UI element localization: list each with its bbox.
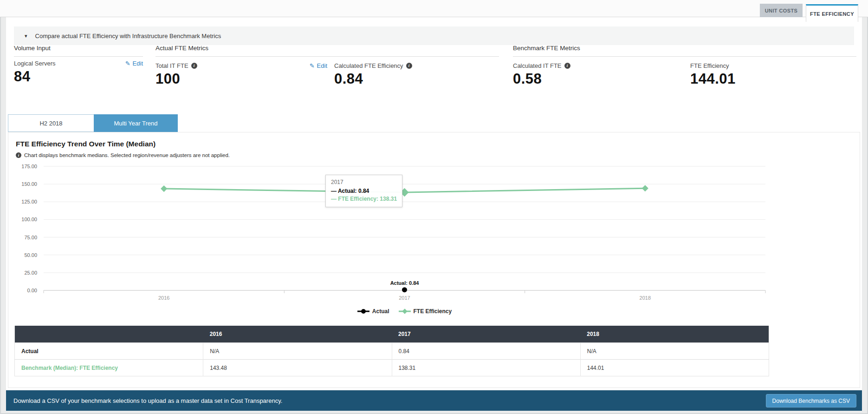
y-tick-label: 125.00 xyxy=(21,199,37,204)
legend-circle-icon xyxy=(357,309,369,314)
y-tick-label: 100.00 xyxy=(21,217,37,222)
table-row: ActualN/A0.84N/A xyxy=(15,343,769,360)
chart-note-text: Chart displays benchmark medians. Select… xyxy=(24,152,230,158)
table-value-cell: N/A xyxy=(580,343,769,360)
chart-note: i Chart displays benchmark medians. Sele… xyxy=(16,152,230,158)
y-tick-label: 175.00 xyxy=(21,164,37,169)
download-benchmarks-csv-button[interactable]: Download Benchmarks as CSV xyxy=(766,394,856,407)
legend-item-fte-efficiency[interactable]: FTE Efficiency xyxy=(399,308,452,315)
actual-point[interactable] xyxy=(402,287,407,292)
info-icon[interactable]: i xyxy=(191,63,197,69)
app-window: UNIT COSTS FTE EFFICIENCY ▾ Compare actu… xyxy=(0,0,868,414)
footer-bar: Download a CSV of your benchmark selecti… xyxy=(6,390,862,411)
y-tick-label: 150.00 xyxy=(21,181,37,187)
table-header-cell: 2016 xyxy=(203,326,392,343)
metric-label: Logical Servers xyxy=(14,60,56,67)
info-icon[interactable]: i xyxy=(406,63,412,69)
table-value-cell: 0.84 xyxy=(392,343,580,360)
metric-group-benchmark-fte: Benchmark FTE Metrics Calculated IT FTEi… xyxy=(513,45,856,126)
y-tick-label: 75.00 xyxy=(24,235,37,240)
metric-group-actual-fte: Actual FTE Metrics Total IT FTEi ✎Edit 1… xyxy=(155,45,499,126)
chart-tooltip: 2017 — Actual: 0.84— FTE Efficiency: 138… xyxy=(325,175,402,207)
table-row: Benchmark (Median): FTE Efficiency143.48… xyxy=(15,360,769,376)
x-tick-label: 2017 xyxy=(399,295,410,301)
table-row-label: Actual xyxy=(15,343,203,360)
legend-label: Actual xyxy=(372,308,389,315)
table-header-row: 201620172018 xyxy=(15,326,769,343)
benchmark-data-table: 201620172018ActualN/A0.84N/ABenchmark (M… xyxy=(14,326,769,376)
collapse-header[interactable]: ▾ Compare actual FTE Efficiency with Inf… xyxy=(14,26,854,45)
fte-efficiency-point[interactable] xyxy=(642,185,648,191)
chart-panel: FTE Efficiency Trend Over Time (Median) … xyxy=(8,132,860,388)
x-tick-label: 2018 xyxy=(640,295,651,301)
period-tab-group: H2 2018 Multi Year Trend xyxy=(8,114,178,132)
benchmark-calculated-it-fte-value: 0.58 xyxy=(513,71,685,87)
benchmark-fte-efficiency-value: 144.01 xyxy=(690,71,853,87)
legend-label: FTE Efficiency xyxy=(414,308,452,315)
metric-label: FTE Efficiency xyxy=(690,62,729,69)
tab-multi-year-trend[interactable]: Multi Year Trend xyxy=(94,114,178,132)
tooltip-row: — Actual: 0.84 xyxy=(331,187,397,195)
top-tab-bar: UNIT COSTS FTE EFFICIENCY xyxy=(0,0,868,17)
logical-servers-value: 84 xyxy=(14,68,143,85)
table-value-cell: 138.31 xyxy=(392,360,580,376)
pencil-icon: ✎ xyxy=(125,60,130,67)
edit-total-it-fte-button[interactable]: ✎Edit xyxy=(310,62,327,69)
fte-efficiency-point[interactable] xyxy=(161,185,167,192)
collapse-title: Compare actual FTE Efficiency with Infra… xyxy=(35,33,221,39)
tab-h2-2018[interactable]: H2 2018 xyxy=(8,114,94,132)
chart-legend: ActualFTE Efficiency xyxy=(44,308,765,316)
tooltip-title: 2017 xyxy=(331,179,397,185)
group-title: Volume Input xyxy=(14,45,143,57)
metric-label: Total IT FTEi xyxy=(155,62,197,69)
tab-unit-costs[interactable]: UNIT COSTS xyxy=(760,4,803,17)
tooltip-row: — FTE Efficiency: 138.31 xyxy=(331,195,397,203)
table-value-cell: 144.01 xyxy=(580,360,769,376)
y-tick-label: 0.00 xyxy=(27,288,37,293)
table-value-cell: N/A xyxy=(203,343,392,360)
calculated-fte-efficiency-value: 0.84 xyxy=(334,71,497,87)
legend-item-actual[interactable]: Actual xyxy=(357,308,389,315)
group-title: Actual FTE Metrics xyxy=(155,45,499,57)
tooltip-rows: — Actual: 0.84— FTE Efficiency: 138.31 xyxy=(331,187,397,203)
info-icon[interactable]: i xyxy=(564,63,570,69)
table-value-cell: 143.48 xyxy=(203,360,392,376)
table-row-label: Benchmark (Median): FTE Efficiency xyxy=(15,360,203,376)
caret-down-icon: ▾ xyxy=(25,33,27,39)
tab-fte-efficiency[interactable]: FTE EFFICIENCY xyxy=(806,4,858,22)
main-panel: ▾ Compare actual FTE Efficiency with Inf… xyxy=(6,17,862,390)
pencil-icon: ✎ xyxy=(310,62,315,69)
chart-title: FTE Efficiency Trend Over Time (Median) xyxy=(16,140,155,148)
info-icon: i xyxy=(16,152,21,158)
table-header-cell: 2018 xyxy=(580,326,769,343)
table-header-cell: 2017 xyxy=(392,326,580,343)
metric-label: Calculated IT FTEi xyxy=(513,62,570,69)
group-title: Benchmark FTE Metrics xyxy=(513,45,856,57)
metric-label: Calculated FTE Efficiencyi xyxy=(334,62,412,69)
footer-text: Download a CSV of your benchmark selecti… xyxy=(13,390,282,411)
legend-diamond-icon xyxy=(399,309,411,314)
edit-logical-servers-button[interactable]: ✎Edit xyxy=(125,60,143,67)
actual-point-label: Actual: 0.84 xyxy=(390,280,420,286)
table-header-cell xyxy=(15,326,203,343)
metric-group-volume-input: Volume Input Logical Servers ✎Edit 84 xyxy=(14,45,143,85)
total-it-fte-value: 100 xyxy=(155,71,327,87)
y-tick-label: 25.00 xyxy=(24,270,37,276)
x-tick-label: 2016 xyxy=(158,295,169,301)
y-tick-label: 50.00 xyxy=(24,252,37,258)
trend-chart[interactable]: 0.0025.0050.0075.00100.00125.00150.00175… xyxy=(8,158,860,307)
